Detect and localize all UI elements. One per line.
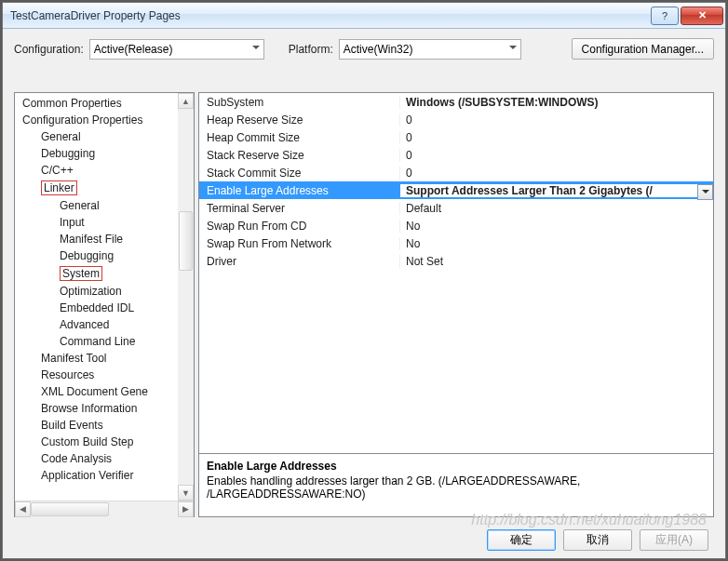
tree-general[interactable]: General bbox=[15, 128, 194, 145]
property-value[interactable]: Support Addresses Larger Than 2 Gigabyte… bbox=[400, 184, 713, 197]
tree-custom-build-step[interactable]: Custom Build Step bbox=[15, 434, 194, 450]
property-row[interactable]: Terminal ServerDefault bbox=[199, 199, 713, 217]
property-value[interactable]: 0 bbox=[400, 131, 713, 144]
tree-common-properties[interactable]: Common Properties bbox=[15, 95, 194, 112]
cancel-button[interactable]: 取消 bbox=[563, 529, 632, 551]
tree-linker-debugging[interactable]: Debugging bbox=[15, 247, 194, 264]
description-line: /LARGEADDRESSAWARE:NO) bbox=[207, 488, 706, 501]
tree-linker-general[interactable]: General bbox=[15, 197, 194, 214]
property-row[interactable]: Heap Reserve Size0 bbox=[199, 111, 713, 128]
ok-button[interactable]: 确定 bbox=[487, 529, 556, 551]
property-value[interactable]: 0 bbox=[400, 167, 713, 180]
property-value[interactable]: No bbox=[400, 220, 713, 233]
tree-linker-optimization[interactable]: Optimization bbox=[15, 283, 194, 300]
property-row[interactable]: Swap Run From NetworkNo bbox=[199, 234, 713, 252]
tree-browse-information[interactable]: Browse Information bbox=[15, 400, 194, 417]
property-row[interactable]: Stack Reserve Size0 bbox=[199, 146, 713, 164]
tree-panel: Common Properties Configuration Properti… bbox=[14, 92, 195, 517]
tree-code-analysis[interactable]: Code Analysis bbox=[15, 450, 194, 467]
tree-manifest-tool[interactable]: Manifest Tool bbox=[15, 350, 194, 367]
property-row[interactable]: DriverNot Set bbox=[199, 252, 713, 270]
configuration-manager-button[interactable]: Configuration Manager... bbox=[572, 38, 714, 60]
tree-build-events[interactable]: Build Events bbox=[15, 417, 194, 434]
titlebar: TestCameraDriver Property Pages ? ✕ bbox=[3, 3, 725, 29]
tree-linker-system[interactable]: System bbox=[15, 264, 194, 283]
description-box: Enable Large Addresses Enables handling … bbox=[199, 453, 713, 516]
help-button[interactable]: ? bbox=[651, 7, 679, 25]
property-name: Swap Run From Network bbox=[199, 237, 400, 250]
tree-configuration-properties[interactable]: Configuration Properties bbox=[15, 112, 194, 128]
tree-linker-manifest-file[interactable]: Manifest File bbox=[15, 231, 194, 247]
property-panel: SubSystemWindows (/SUBSYSTEM:WINDOWS)Hea… bbox=[198, 92, 714, 517]
property-value[interactable]: No bbox=[400, 237, 713, 250]
tree-linker-command-line[interactable]: Command Line bbox=[15, 333, 194, 350]
tree-application-verifier[interactable]: Application Verifier bbox=[15, 467, 194, 484]
scroll-left-icon[interactable]: ◀ bbox=[15, 501, 31, 517]
description-line: Enables handling addresses larger than 2… bbox=[207, 474, 706, 488]
tree-resources[interactable]: Resources bbox=[15, 367, 194, 383]
tree-xml-doc-generator[interactable]: XML Document Gene bbox=[15, 383, 194, 400]
apply-button[interactable]: 应用(A) bbox=[640, 529, 708, 551]
property-value[interactable]: Windows (/SUBSYSTEM:WINDOWS) bbox=[400, 96, 713, 109]
config-tree[interactable]: Common Properties Configuration Properti… bbox=[15, 93, 194, 501]
tree-cpp[interactable]: C/C++ bbox=[15, 162, 194, 179]
property-name: Stack Reserve Size bbox=[199, 149, 400, 162]
scroll-down-icon[interactable]: ▼ bbox=[178, 485, 194, 501]
property-row[interactable]: Stack Commit Size0 bbox=[199, 164, 713, 181]
property-name: Heap Reserve Size bbox=[199, 114, 400, 127]
tree-vertical-scrollbar[interactable]: ▲ ▼ bbox=[178, 93, 194, 501]
platform-label: Platform: bbox=[289, 43, 333, 56]
description-title: Enable Large Addresses bbox=[207, 460, 706, 473]
tree-linker[interactable]: Linker bbox=[15, 179, 194, 197]
property-name: Swap Run From CD bbox=[199, 220, 400, 233]
property-row[interactable]: Heap Commit Size0 bbox=[199, 128, 713, 146]
property-value[interactable]: Not Set bbox=[400, 255, 713, 268]
main-split: Common Properties Configuration Properti… bbox=[14, 92, 714, 517]
tree-debugging[interactable]: Debugging bbox=[15, 145, 194, 162]
scrollbar-thumb[interactable] bbox=[31, 502, 109, 516]
configuration-dropdown[interactable]: Active(Release) bbox=[89, 39, 264, 60]
property-row[interactable]: Enable Large AddressesSupport Addresses … bbox=[199, 181, 713, 199]
tree-horizontal-scrollbar[interactable]: ◀ ▶ bbox=[15, 501, 194, 516]
dialog-buttons: 确定 取消 应用(A) bbox=[487, 529, 708, 551]
config-row: Configuration: Active(Release) Platform:… bbox=[14, 38, 714, 60]
property-name: Driver bbox=[199, 255, 400, 268]
tree-linker-input[interactable]: Input bbox=[15, 214, 194, 231]
configuration-label: Configuration: bbox=[14, 43, 84, 56]
property-grid[interactable]: SubSystemWindows (/SUBSYSTEM:WINDOWS)Hea… bbox=[199, 93, 713, 453]
property-name: SubSystem bbox=[199, 96, 400, 109]
tree-linker-embedded-idl[interactable]: Embedded IDL bbox=[15, 300, 194, 316]
property-value[interactable]: 0 bbox=[400, 149, 713, 162]
tree-linker-advanced[interactable]: Advanced bbox=[15, 316, 194, 333]
property-value[interactable]: Default bbox=[400, 202, 713, 215]
property-row[interactable]: SubSystemWindows (/SUBSYSTEM:WINDOWS) bbox=[199, 93, 713, 111]
property-name: Terminal Server bbox=[199, 202, 400, 215]
property-row[interactable]: Swap Run From CDNo bbox=[199, 217, 713, 234]
content-area: Configuration: Active(Release) Platform:… bbox=[3, 29, 725, 558]
close-button[interactable]: ✕ bbox=[681, 7, 723, 25]
platform-dropdown[interactable]: Active(Win32) bbox=[339, 39, 521, 60]
property-value[interactable]: 0 bbox=[400, 114, 713, 127]
property-pages-window: TestCameraDriver Property Pages ? ✕ Conf… bbox=[2, 2, 726, 559]
dropdown-button[interactable] bbox=[697, 184, 713, 200]
window-title: TestCameraDriver Property Pages bbox=[10, 9, 651, 22]
scroll-right-icon[interactable]: ▶ bbox=[178, 501, 194, 517]
property-name: Enable Large Addresses bbox=[199, 184, 400, 197]
property-name: Heap Commit Size bbox=[199, 131, 400, 144]
property-name: Stack Commit Size bbox=[199, 167, 400, 180]
scroll-up-icon[interactable]: ▲ bbox=[178, 93, 194, 109]
scrollbar-thumb[interactable] bbox=[179, 211, 193, 271]
